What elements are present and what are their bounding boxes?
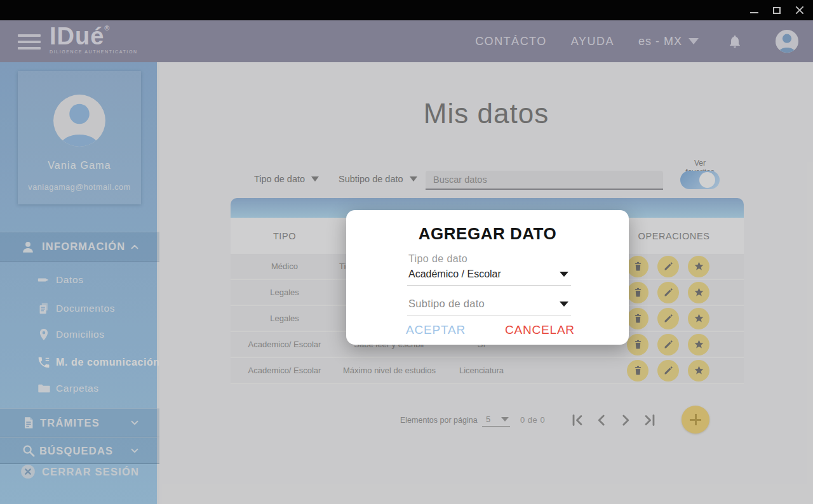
modal-tipo-value: Académico / Escolar [408,269,501,280]
modal-title: AGREGAR DATO [346,224,629,244]
accept-button[interactable]: ACEPTAR [406,323,466,337]
modal-tipo-select[interactable]: Académico / Escolar [407,269,571,286]
cancel-button[interactable]: CANCELAR [505,323,575,337]
chevron-down-icon [560,302,568,307]
app-window: IDué® DILIGENCE AUTHENTICATION CONTÁCTO … [0,0,813,504]
agregar-dato-modal: AGREGAR DATO Tipo de dato Académico / Es… [346,210,629,345]
modal-tipo-label: Tipo de dato [408,253,467,265]
chevron-down-icon [560,272,568,277]
modal-subtipo-select[interactable]: Subtipo de dato [407,298,571,315]
modal-subtipo-placeholder: Subtipo de dato [408,298,485,310]
